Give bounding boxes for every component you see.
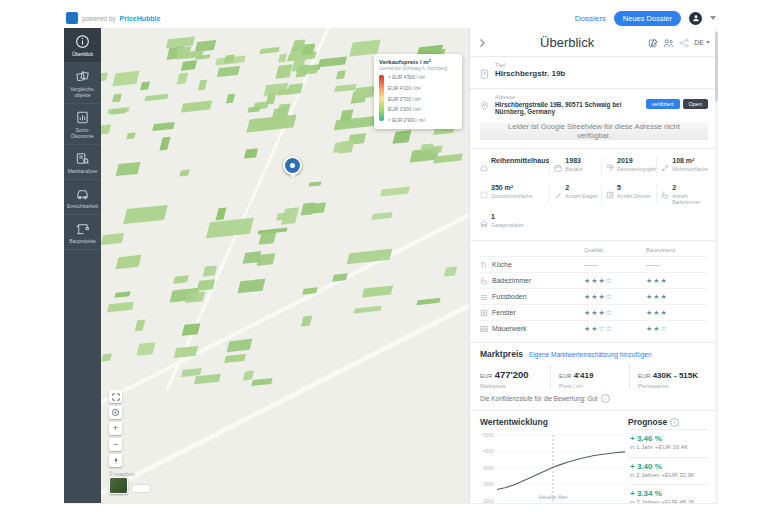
property-marker[interactable] (283, 156, 302, 175)
title-value[interactable]: Hirschbergstr. 19b (495, 69, 565, 78)
add-own-valuation-link[interactable]: Eigene Marktwerteinschätzung hinzufügen (529, 351, 652, 358)
sidebar-item-ueberblick[interactable]: Überblick (64, 28, 101, 63)
legend-gradient-bar (379, 75, 384, 121)
collapse-panel-button[interactable] (478, 38, 486, 48)
verified-badge[interactable]: verifiziert (646, 99, 680, 109)
chevron-right-icon (478, 38, 486, 48)
map-building (301, 316, 313, 327)
forecast-title: Prognosei (628, 417, 708, 427)
share-users-icon[interactable] (663, 38, 674, 48)
scrollbar-thumb[interactable] (715, 32, 718, 102)
quality-column-header: Qualität (584, 247, 646, 253)
map-building (246, 114, 297, 132)
crane-icon (75, 221, 90, 236)
condition-rating: ★★★ (646, 293, 708, 301)
wall-icon (480, 325, 488, 333)
info-icon (75, 34, 90, 49)
sidebar-item-label: Vergleichs­objekte (65, 86, 100, 98)
map-building (182, 323, 201, 336)
condition-rating: ★★★ (646, 309, 708, 317)
condition-column-header: Bauzustand (646, 247, 708, 253)
condition-rating: ★★★ (646, 277, 708, 285)
attribute-wohnflaeche: 108 m²Wohnnutzfläche (656, 157, 708, 176)
legend-label: EUR 3'700 / m² (388, 97, 425, 102)
page-title: Überblick (486, 35, 648, 50)
svg-text:4000: 4000 (483, 465, 494, 471)
sidebar-item-bauprojekte[interactable]: Bauprojekte (64, 215, 101, 250)
map-building (444, 267, 457, 277)
location-pin-icon (480, 97, 489, 115)
language-code: DE (694, 39, 704, 46)
attribute-garagenplaetze: 1Garagenplätze (480, 213, 549, 232)
locate-button[interactable] (109, 406, 122, 419)
sidebar-item-label: Überblick (72, 51, 93, 57)
attribute-badezimmer: 2Anzahl Badezimmer (656, 184, 708, 205)
zoom-in-button[interactable]: + (109, 422, 122, 435)
panel-header: Überblick DE (470, 28, 718, 56)
legend-subtitle: Gemeinde Schwaig b. Nürnberg (379, 66, 457, 71)
map-building (362, 285, 393, 297)
language-selector[interactable]: DE (694, 39, 710, 46)
sidebar-item-label: Bauprojekte (69, 238, 96, 244)
sidebar-item-vergleichsobjekte[interactable]: Vergleichs­objekte (64, 63, 101, 104)
info-icon[interactable]: i (601, 394, 610, 403)
attribute-etagen: 2Anzahl Etagen (549, 184, 601, 205)
map-building (347, 249, 393, 264)
sidebar-item-label: Erreichbarkeit (67, 203, 98, 209)
compass-button[interactable] (109, 454, 122, 467)
market-price-value: 477'200 (495, 369, 529, 380)
quality-rating: —— (584, 261, 646, 268)
new-dossier-button[interactable]: Neues Dossier (614, 11, 681, 26)
map-building (102, 354, 112, 362)
sidebar-item-sozio-oekonomie[interactable]: Sozio-Ökonomie (64, 104, 101, 145)
map-building (152, 122, 175, 132)
map-canvas[interactable]: Verkaufspreis / m² Gemeinde Schwaig b. N… (101, 28, 470, 503)
map-legend: Verkaufspreis / m² Gemeinde Schwaig b. N… (374, 54, 462, 129)
floor-icon (480, 293, 488, 301)
panel-scrollbar[interactable] (715, 28, 718, 503)
user-avatar[interactable] (689, 12, 702, 25)
map-building (247, 106, 260, 112)
open-badge[interactable]: Open (683, 99, 708, 109)
map-style-toggle[interactable] (109, 477, 128, 494)
value-development-chart: 3000350040004500500020132014201520162017… (480, 429, 630, 503)
map-building (110, 108, 126, 114)
condition-rating: ★★☆ (646, 325, 708, 333)
window-icon (480, 309, 488, 317)
attribute-property-type: Reihenmittelhaus (480, 157, 549, 176)
table-row-fussboden: Fussboden ★★★☆ ★★★ (480, 288, 708, 304)
chevron-down-icon[interactable] (710, 16, 716, 20)
info-icon[interactable]: i (670, 418, 679, 427)
stat-preis-m2: EUR4'419 Preis / m² (550, 364, 629, 389)
area-icon (661, 158, 669, 176)
attribute-renovierungsjahr: 2019Renovierungsjahr (601, 157, 656, 176)
zoom-out-button[interactable]: − (109, 438, 122, 451)
sidebar-item-label: Sozio-Ökonomie (65, 127, 100, 139)
market-report-icon (75, 151, 90, 166)
edit-icon[interactable] (648, 38, 658, 48)
attribute-baujahr: 1983Baujahr (549, 157, 601, 176)
sidebar-item-marktanalyse[interactable]: Marktanalyse (64, 145, 101, 180)
document-icon (480, 65, 489, 83)
map-building (259, 47, 279, 54)
svg-text:3500: 3500 (483, 481, 494, 487)
floors-icon (554, 185, 562, 203)
legend-label: > EUR 4'500 / m² (388, 75, 425, 80)
map-building (112, 94, 122, 102)
map-building (159, 137, 170, 151)
rooms-icon (606, 185, 614, 203)
compass-icon (112, 457, 120, 465)
address-value[interactable]: Hirschbergstraße 19B, 90571 Schwaig bei … (495, 101, 640, 115)
fullscreen-button[interactable] (109, 390, 122, 403)
svg-text:3000: 3000 (483, 498, 494, 503)
map-building (173, 275, 188, 283)
map-building (116, 162, 141, 177)
sidebar-item-erreichbarkeit[interactable]: Erreichbarkeit (64, 180, 101, 215)
map-controls: + − (109, 390, 122, 467)
map-building (198, 80, 208, 91)
confidence-note: Die Konfidenzstufe für die Bewertung: Gu… (480, 394, 708, 403)
map-building (392, 130, 411, 143)
dossiers-link[interactable]: Dossiers (575, 14, 606, 23)
car-icon (75, 186, 90, 201)
share-icon[interactable] (679, 38, 689, 48)
